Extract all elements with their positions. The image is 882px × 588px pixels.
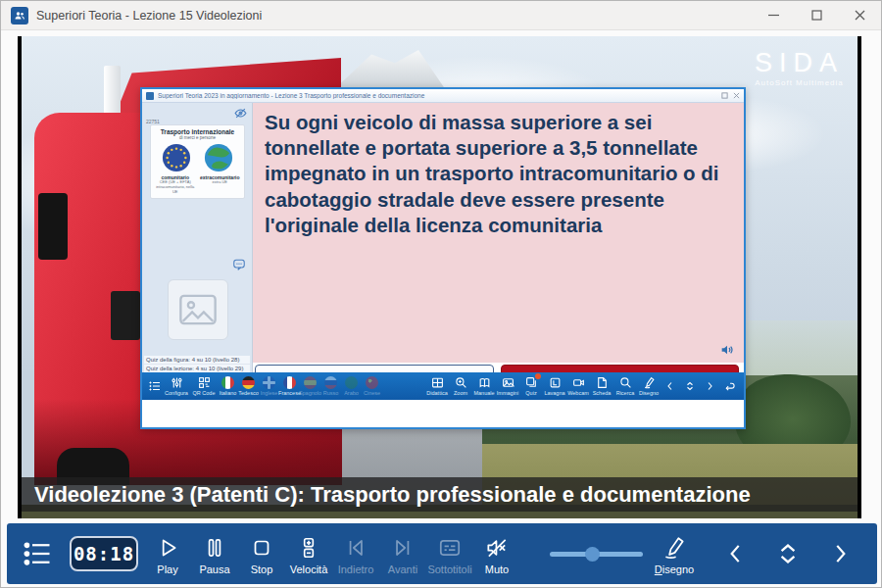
quiz-menu-icon[interactable] — [147, 380, 163, 392]
globe-icon — [204, 143, 233, 172]
language-arabo[interactable]: Arabo — [341, 376, 362, 396]
lavagna-button[interactable]: Lavagna — [543, 376, 566, 396]
qr-code-button[interactable]: QR Code — [190, 376, 218, 396]
mute-button[interactable]: Muto — [473, 533, 520, 575]
playlist-icon[interactable] — [23, 539, 52, 568]
draw-button[interactable]: Disegno — [651, 533, 698, 575]
minimize-icon[interactable] — [752, 1, 795, 30]
sida-logo-title: SIDA — [755, 48, 844, 78]
stop-button[interactable]: Stop — [238, 533, 285, 575]
manuale-button[interactable]: Manuale — [472, 376, 496, 396]
eu-flag-icon — [162, 143, 191, 172]
window-titlebar: Superiori Teoria - Lezione 15 Videolezio… — [1, 1, 881, 30]
language-spagnolo[interactable]: Spagnolo — [300, 376, 320, 396]
spain-flag-icon — [304, 376, 317, 389]
notification-dot — [535, 373, 541, 379]
volume-thumb[interactable] — [585, 547, 600, 562]
speed-button[interactable]: Velocità — [285, 533, 332, 575]
language-francese[interactable]: Francese — [279, 376, 300, 396]
image-placeholder — [168, 279, 228, 340]
language-russo[interactable]: Russo — [320, 376, 341, 396]
quiz-close-icon[interactable] — [733, 92, 740, 99]
ricerca-button[interactable]: Ricerca — [613, 376, 637, 396]
subtitles-button[interactable]: Sottotitoli — [426, 533, 473, 575]
figure-card-title: Trasporto internazionale — [153, 128, 242, 135]
configura-button[interactable]: Configura — [163, 376, 190, 396]
hide-figure-icon[interactable] — [234, 107, 247, 120]
quiz-title: Superiori Teoria 2023 in aggiornamento -… — [158, 92, 716, 99]
previous-button[interactable]: Indietro — [332, 533, 379, 575]
nav-return-icon[interactable] — [874, 539, 882, 568]
figure-card: Trasporto internazionale di merci e pers… — [150, 124, 245, 199]
truck-step — [111, 291, 140, 340]
question-text: Su ogni veicolo di massa superiore a sei… — [265, 110, 732, 238]
nav-forward-icon[interactable] — [827, 541, 853, 566]
arabic-flag-icon — [345, 376, 358, 389]
app-window: Superiori Teoria - Lezione 15 Videolezio… — [0, 0, 882, 588]
quiz-titlebar[interactable]: Superiori Teoria 2023 in aggiornamento -… — [142, 89, 744, 103]
germany-flag-icon — [242, 376, 255, 389]
speaker-icon[interactable] — [719, 342, 735, 358]
player-bar: 08:18 Play Pausa Stop Velocità Indietro … — [7, 523, 877, 584]
quiz-app-icon — [146, 92, 154, 100]
disegno-button[interactable]: Disegno — [637, 376, 661, 396]
italy-flag-icon — [221, 376, 234, 389]
truck-side-window — [38, 193, 68, 260]
close-icon[interactable] — [838, 1, 881, 30]
truck-exhaust-stack — [104, 66, 121, 117]
quiz-body: 22751 Trasporto internazionale di merci … — [142, 103, 744, 400]
language-cinese[interactable]: Cinese — [362, 376, 382, 396]
zoom-button[interactable]: Zoom — [449, 376, 472, 396]
quiz-next-icon[interactable] — [700, 380, 719, 392]
quiz-window: Superiori Teoria 2023 in aggiornamento -… — [140, 87, 746, 429]
didattica-button[interactable]: Didattica — [425, 376, 449, 396]
maximize-icon[interactable] — [795, 1, 838, 30]
pause-button[interactable]: Pausa — [191, 533, 238, 575]
scheda-button[interactable]: Scheda — [590, 376, 613, 396]
nav-back-icon[interactable] — [723, 541, 749, 566]
nav-expand-icon[interactable] — [774, 540, 802, 567]
quiz-return-icon[interactable] — [719, 380, 739, 393]
language-inglese[interactable]: Inglese — [259, 376, 279, 396]
quiz-figure-panel: 22751 Trasporto internazionale di merci … — [142, 103, 253, 400]
quiz-button[interactable]: Quiz — [519, 376, 543, 396]
sida-logo-subtitle: AutoSoft Multimedia — [755, 78, 844, 87]
video-caption: Videolezione 3 (Patenti C): Trasporto pr… — [22, 477, 858, 512]
question-panel: Su ogni veicolo di massa superiore a sei… — [253, 103, 744, 363]
time-display: 08:18 — [70, 536, 138, 571]
france-flag-icon — [283, 376, 296, 389]
stat-figure: Quiz della figura: 4 su 10 (livello 28) — [144, 356, 250, 365]
next-button[interactable]: Avanti — [379, 533, 426, 575]
uk-flag-icon — [263, 376, 275, 389]
language-tedesco[interactable]: Tedesco — [238, 376, 259, 396]
window-title: Superiori Teoria - Lezione 15 Videolezio… — [36, 9, 262, 23]
extracomunitario-sub: extra UE — [198, 180, 243, 185]
figure-card-subtitle: di merci e persone — [153, 135, 242, 140]
comment-bubble-icon[interactable] — [232, 258, 246, 271]
quiz-maximize-icon[interactable] — [721, 92, 728, 99]
china-flag-icon — [366, 376, 378, 389]
quiz-prev-icon[interactable] — [661, 380, 680, 392]
quiz-stats: Quiz della figura: 4 su 10 (livello 28) … — [144, 356, 250, 373]
comunitario-sub: CEE (UE + EFTA) intracomunitario, nella … — [153, 180, 198, 194]
language-italiano[interactable]: Italiano — [218, 376, 238, 396]
play-button[interactable]: Play — [144, 533, 191, 575]
sida-logo: SIDA AutoSoft Multimedia — [755, 48, 844, 87]
russia-flag-icon — [324, 376, 337, 389]
webcam-button[interactable]: Webcam — [566, 376, 590, 396]
volume-slider[interactable] — [550, 544, 643, 564]
quiz-shuffle-icon[interactable] — [680, 380, 700, 392]
immagini-button[interactable]: Immagini — [496, 376, 519, 396]
app-icon — [11, 7, 28, 24]
quiz-toolbar: Configura QR Code Italiano Tedesco Ingle… — [142, 372, 744, 400]
